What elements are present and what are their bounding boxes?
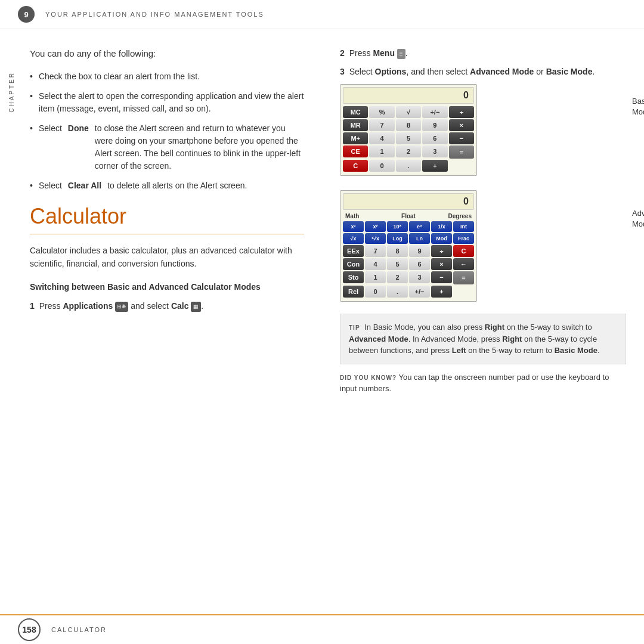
menu-icon: ≡ bbox=[397, 49, 405, 59]
btn-con[interactable]: Con bbox=[343, 258, 364, 270]
basic-calculator: 0 MC % √ +/− ÷ MR 7 8 9 × M+ 4 bbox=[340, 84, 477, 176]
adv-row-4: Con 4 5 6 × ← bbox=[343, 258, 474, 270]
list-item: Select Done to close the Alert screen an… bbox=[30, 122, 304, 172]
top-bar-title: YOUR APPLICATION AND INFO MANAGEMENT TOO… bbox=[45, 11, 264, 18]
chapter-number: 9 bbox=[18, 6, 35, 23]
tip-label: TIP bbox=[349, 324, 360, 331]
adv-btn-multiply[interactable]: × bbox=[431, 258, 452, 270]
adv-row-1: x² xʸ 10ˣ eˣ 1/x Int bbox=[343, 221, 474, 232]
btn-rcl[interactable]: Rcl bbox=[343, 286, 364, 298]
applications-icon: ⊞❋ bbox=[115, 302, 128, 312]
did-you-know: DID YOU KNOW? You can tap the onscreen n… bbox=[340, 371, 626, 395]
btn-log[interactable]: Log bbox=[387, 233, 408, 244]
btn-mplus[interactable]: M+ bbox=[343, 132, 368, 144]
adv-btn-6[interactable]: 6 bbox=[409, 258, 430, 270]
btn-xy[interactable]: xʸ bbox=[365, 221, 386, 232]
adv-row-5: Sto 1 2 3 − = bbox=[343, 271, 474, 284]
adv-header-float: Float bbox=[388, 213, 430, 219]
adv-btn-7[interactable]: 7 bbox=[365, 245, 386, 257]
btn-divide[interactable]: ÷ bbox=[449, 106, 474, 118]
btn-frac[interactable]: Frac bbox=[453, 233, 474, 244]
btn-minus[interactable]: − bbox=[449, 132, 474, 144]
step-3: 3 Select Options, and then select Advanc… bbox=[340, 66, 626, 78]
top-bar: 9 YOUR APPLICATION AND INFO MANAGEMENT T… bbox=[0, 0, 644, 29]
btn-plus[interactable]: + bbox=[422, 160, 447, 172]
left-column: You can do any of the following: Check t… bbox=[30, 47, 316, 599]
btn-sqrtx[interactable]: √x bbox=[343, 233, 364, 244]
btn-backspace[interactable]: ← bbox=[453, 258, 474, 270]
btn-0[interactable]: 0 bbox=[369, 160, 394, 172]
btn-mc[interactable]: MC bbox=[343, 106, 368, 118]
adv-btn-5[interactable]: 5 bbox=[387, 258, 408, 270]
tip-box: TIP In Basic Mode, you can also press Ri… bbox=[340, 314, 626, 364]
basic-mode-label: Basic Mode bbox=[632, 96, 644, 117]
btn-multiply[interactable]: × bbox=[449, 119, 474, 131]
adv-header-degrees: Degrees bbox=[429, 213, 472, 219]
tip-text: In Basic Mode, you can also press Right … bbox=[349, 323, 600, 355]
basic-row-5: C 0 . + bbox=[343, 160, 474, 172]
btn-5[interactable]: 5 bbox=[396, 132, 421, 144]
btn-3[interactable]: 3 bbox=[422, 145, 447, 157]
btn-ce[interactable]: CE bbox=[343, 145, 368, 157]
btn-7[interactable]: 7 bbox=[369, 119, 394, 131]
btn-10x[interactable]: 10ˣ bbox=[387, 221, 408, 232]
adv-btn-8[interactable]: 8 bbox=[387, 245, 408, 257]
btn-equals[interactable]: = bbox=[449, 145, 474, 159]
intro-text: You can do any of the following: bbox=[30, 47, 304, 61]
btn-plusminus[interactable]: +/− bbox=[422, 106, 447, 118]
adv-btn-plusminus[interactable]: +/− bbox=[409, 286, 430, 298]
advanced-mode-label: Advanced Mode—Math bbox=[632, 208, 644, 230]
btn-mod[interactable]: Mod bbox=[431, 233, 452, 244]
btn-ln[interactable]: Ln bbox=[409, 233, 430, 244]
adv-row-2: √x ʸ√x Log Ln Mod Frac bbox=[343, 233, 474, 244]
btn-xsq[interactable]: x² bbox=[343, 221, 364, 232]
adv-btn-plus[interactable]: + bbox=[431, 286, 452, 298]
adv-btn-2[interactable]: 2 bbox=[387, 271, 408, 283]
page-number: 158 bbox=[18, 618, 41, 641]
basic-calc-wrapper: 0 MC % √ +/− ÷ MR 7 8 9 × M+ 4 bbox=[340, 84, 626, 176]
btn-eex[interactable]: EEx bbox=[343, 245, 364, 257]
list-item: Select the alert to open the correspondi… bbox=[30, 90, 304, 115]
adv-btn-dot[interactable]: . bbox=[387, 286, 408, 298]
adv-btn-3[interactable]: 3 bbox=[409, 271, 430, 283]
adv-btn-9[interactable]: 9 bbox=[409, 245, 430, 257]
basic-row-2: MR 7 8 9 × bbox=[343, 119, 474, 131]
adv-btn-1[interactable]: 1 bbox=[365, 271, 386, 283]
basic-row-4: CE 1 2 3 = bbox=[343, 145, 474, 159]
btn-9[interactable]: 9 bbox=[422, 119, 447, 131]
btn-dot[interactable]: . bbox=[396, 160, 421, 172]
advanced-calc-wrapper: 0 Math Float Degrees x² xʸ 10ˣ eˣ 1/x In… bbox=[340, 190, 626, 302]
btn-8[interactable]: 8 bbox=[396, 119, 421, 131]
step-num-2: 2 bbox=[340, 48, 345, 58]
btn-int[interactable]: Int bbox=[453, 221, 474, 232]
bottom-bar: 158 CALCULATOR bbox=[0, 614, 644, 644]
adv-header-math: Math bbox=[345, 213, 388, 219]
section-divider bbox=[30, 234, 304, 234]
adv-btn-divide[interactable]: ÷ bbox=[431, 245, 452, 257]
btn-c[interactable]: C bbox=[343, 160, 368, 172]
subsection-title: Switching between Basic and Advanced Cal… bbox=[30, 282, 304, 292]
adv-btn-4[interactable]: 4 bbox=[365, 258, 386, 270]
footer-title: CALCULATOR bbox=[51, 626, 107, 633]
btn-ex[interactable]: eˣ bbox=[409, 221, 430, 232]
btn-mr[interactable]: MR bbox=[343, 119, 368, 131]
btn-sto[interactable]: Sto bbox=[343, 271, 364, 283]
adv-btn-c[interactable]: C bbox=[453, 245, 474, 257]
advanced-display: 0 bbox=[343, 193, 474, 210]
btn-sqrt[interactable]: √ bbox=[396, 106, 421, 118]
btn-percent[interactable]: % bbox=[369, 106, 394, 118]
btn-1[interactable]: 1 bbox=[369, 145, 394, 157]
btn-recip[interactable]: 1/x bbox=[431, 221, 452, 232]
adv-btn-minus[interactable]: − bbox=[431, 271, 452, 283]
btn-2[interactable]: 2 bbox=[396, 145, 421, 157]
step-2: 2 Press Menu ≡. bbox=[340, 47, 626, 60]
step-1: 1 Press Applications ⊞❋ and select Calc … bbox=[30, 300, 304, 312]
adv-header: Math Float Degrees bbox=[343, 212, 474, 220]
adv-btn-0[interactable]: 0 bbox=[365, 286, 386, 298]
btn-4[interactable]: 4 bbox=[369, 132, 394, 144]
adv-btn-equals[interactable]: = bbox=[453, 271, 474, 284]
basic-display: 0 bbox=[343, 87, 474, 104]
btn-ysqrtx[interactable]: ʸ√x bbox=[365, 233, 386, 244]
step-num-3: 3 bbox=[340, 67, 345, 76]
btn-6[interactable]: 6 bbox=[422, 132, 447, 144]
